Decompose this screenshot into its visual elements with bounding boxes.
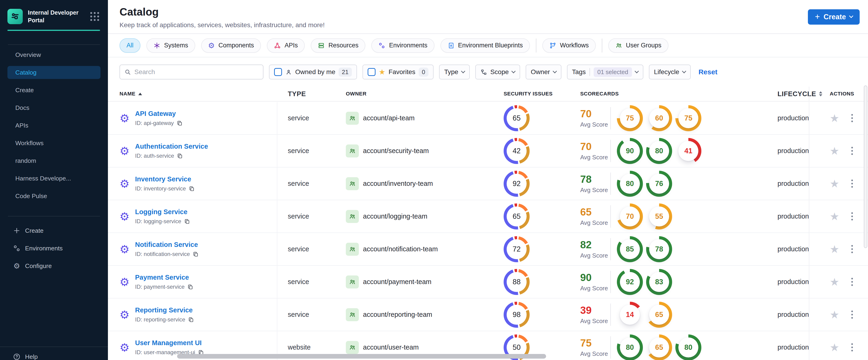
- copy-icon[interactable]: [187, 284, 193, 290]
- actions-cell: ★: [809, 200, 868, 233]
- scorecard-ring: 76: [646, 171, 672, 197]
- favorite-star-button[interactable]: ★: [830, 178, 839, 189]
- row-menu-button[interactable]: [850, 309, 854, 320]
- avg-score-value: 78: [580, 174, 610, 185]
- scorecard-rings: 8076: [617, 171, 672, 197]
- search-input[interactable]: [134, 68, 259, 76]
- column-header-label: ACTIONS: [830, 91, 854, 97]
- tab-components[interactable]: ⚙Components: [201, 38, 261, 53]
- scope-filter-dropdown[interactable]: Scope: [475, 65, 520, 80]
- copy-icon[interactable]: [177, 120, 183, 126]
- sidebar-item-configure[interactable]: ⚙ Configure: [0, 257, 108, 275]
- search-box[interactable]: [120, 65, 264, 80]
- row-menu-button[interactable]: [850, 145, 854, 156]
- entity-name-link[interactable]: Reporting Service: [135, 306, 193, 314]
- favorite-star-button[interactable]: ★: [830, 342, 839, 353]
- tags-filter-dropdown[interactable]: Tags 01 selected: [567, 65, 643, 80]
- sidebar-item-harness-develope[interactable]: Harness Develope...: [0, 170, 108, 187]
- tab-environments[interactable]: Environments: [371, 38, 434, 53]
- module-grid-icon[interactable]: [90, 12, 99, 21]
- horizontal-scrollbar-thumb[interactable]: [177, 354, 546, 359]
- favorite-star-button[interactable]: ★: [830, 277, 839, 287]
- sidebar-item-environments[interactable]: Environments: [0, 239, 108, 257]
- lifecycle-filter-dropdown[interactable]: Lifecycle: [649, 65, 691, 80]
- sidebar-item-create[interactable]: Create: [0, 222, 108, 239]
- tab-user-groups[interactable]: User Groups: [608, 38, 669, 53]
- type-value: service: [288, 311, 309, 319]
- create-button[interactable]: + Create: [808, 9, 860, 25]
- entity-name-link[interactable]: Logging Service: [135, 208, 188, 215]
- sidebar-item-code-pulse[interactable]: Code Pulse: [0, 187, 108, 205]
- tab-workflows[interactable]: Workflows: [542, 38, 596, 53]
- favorite-star-button[interactable]: ★: [830, 211, 839, 222]
- entity-name-link[interactable]: Authentication Service: [135, 143, 208, 150]
- entity-name-link[interactable]: User Management UI: [135, 339, 202, 347]
- tab-apis[interactable]: APIs: [267, 38, 305, 53]
- scorecard-ring: 60: [646, 105, 672, 131]
- owned-by-me-checkbox[interactable]: [274, 68, 282, 76]
- sidebar-divider-top: [8, 44, 100, 45]
- copy-icon[interactable]: [188, 317, 194, 323]
- lifecycle-filter-label: Lifecycle: [654, 68, 679, 76]
- row-menu-button[interactable]: [850, 342, 854, 353]
- component-gear-icon: ⚙: [120, 145, 129, 156]
- reset-filters-button[interactable]: Reset: [699, 68, 718, 76]
- tab-label: All: [126, 42, 133, 49]
- favorite-star-button[interactable]: ★: [830, 113, 839, 124]
- row-menu-button[interactable]: [850, 211, 854, 222]
- sidebar-item-apis[interactable]: APIs: [0, 117, 108, 134]
- tab-environment-blueprints[interactable]: Environment Blueprints: [440, 38, 530, 53]
- tab-systems[interactable]: Systems: [147, 38, 195, 53]
- column-header-lifecycle[interactable]: LIFECYCLE: [765, 87, 809, 101]
- owned-by-me-filter[interactable]: Owned by me 21: [269, 65, 357, 80]
- row-menu-button[interactable]: [850, 113, 854, 124]
- copy-icon[interactable]: [184, 218, 190, 224]
- vertical-scrollbar-thumb[interactable]: [864, 86, 867, 248]
- favorite-star-button[interactable]: ★: [830, 309, 839, 320]
- tab-label: User Groups: [626, 42, 661, 49]
- entity-id-text: ID: inventory-service: [135, 185, 186, 192]
- avg-score-label: Avg Score: [580, 186, 610, 194]
- copy-icon[interactable]: [177, 153, 183, 159]
- entity-id-text: ID: payment-service: [135, 283, 185, 290]
- tab-all[interactable]: All: [120, 38, 141, 53]
- main-content: Catalog Keep track of applications, serv…: [108, 0, 868, 360]
- sidebar-item-overview[interactable]: Overview: [0, 46, 108, 64]
- type-filter-dropdown[interactable]: Type: [439, 65, 470, 80]
- row-menu-button[interactable]: [850, 178, 854, 189]
- row-menu-button[interactable]: [850, 244, 854, 254]
- sidebar-item-catalog[interactable]: Catalog: [7, 66, 100, 79]
- actions-cell: ★: [809, 102, 868, 134]
- entity-name-link[interactable]: Inventory Service: [135, 175, 191, 183]
- owner-filter-dropdown[interactable]: Owner: [526, 65, 561, 80]
- owner-name: account/api-team: [363, 114, 414, 122]
- favorite-star-button[interactable]: ★: [830, 244, 839, 254]
- entity-name-link[interactable]: Notification Service: [135, 241, 198, 248]
- tab-divider: [602, 38, 602, 53]
- tab-resources[interactable]: Resources: [311, 38, 365, 53]
- sidebar-item-random[interactable]: random: [0, 152, 108, 170]
- favorite-star-button[interactable]: ★: [830, 146, 839, 156]
- copy-icon[interactable]: [189, 186, 195, 191]
- entity-name-link[interactable]: Payment Service: [135, 274, 189, 281]
- sidebar-item-workflows[interactable]: Workflows: [0, 134, 108, 152]
- owner-cell: account/api-team: [335, 102, 493, 134]
- scorecards-cell: 39 Avg Score 1465: [556, 298, 765, 331]
- brand-underline: [7, 30, 100, 31]
- sidebar-item-help[interactable]: Help: [0, 347, 108, 360]
- column-header-name[interactable]: NAME: [108, 87, 277, 101]
- lifecycle-cell: production: [765, 200, 809, 233]
- row-menu-button[interactable]: [850, 276, 854, 287]
- type-cell: service: [277, 298, 335, 331]
- favorites-checkbox[interactable]: [368, 68, 375, 76]
- name-cell: ⚙ API Gateway ID: api-gateway: [108, 102, 277, 134]
- entity-name-link[interactable]: API Gateway: [135, 110, 176, 117]
- name-cell: ⚙ Reporting Service ID: reporting-servic…: [108, 298, 277, 331]
- sidebar-item-create[interactable]: Create: [0, 81, 108, 99]
- sidebar-item-docs[interactable]: Docs: [0, 99, 108, 117]
- chevron-down-icon: [553, 69, 557, 73]
- sidebar-divider-middle: [8, 216, 100, 216]
- copy-icon[interactable]: [193, 251, 199, 257]
- entity-id: ID: api-gateway: [135, 120, 183, 126]
- favorites-filter[interactable]: ★ Favorites 0: [363, 65, 434, 80]
